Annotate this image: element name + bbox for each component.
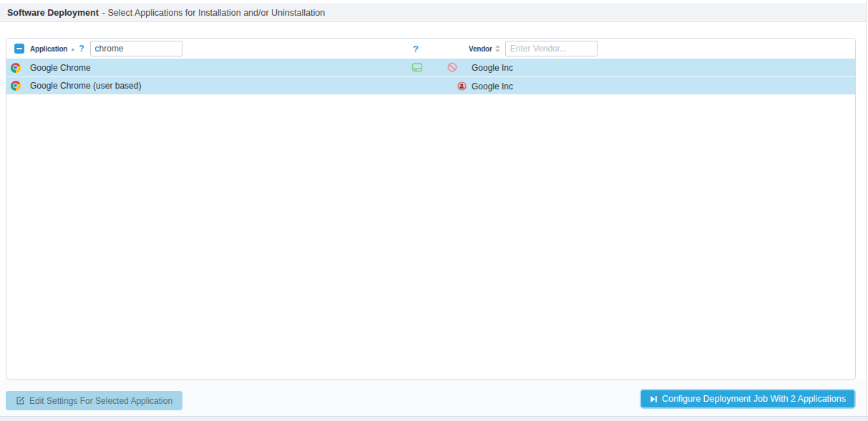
sort-both-icon[interactable] bbox=[494, 44, 501, 53]
page-title: Software Deployment bbox=[7, 8, 99, 18]
vendor-filter-input[interactable] bbox=[505, 41, 598, 56]
status-column-header: ? bbox=[413, 39, 419, 59]
step-forward-icon bbox=[650, 395, 658, 403]
software-deployment-screen: Software Deployment - Select Application… bbox=[0, 0, 868, 421]
user-prohibited-icon bbox=[457, 81, 467, 91]
vendor-column-label[interactable]: Vendor bbox=[469, 45, 492, 53]
select-all-checkbox[interactable] bbox=[14, 44, 24, 54]
status-help-icon[interactable]: ? bbox=[413, 44, 419, 54]
application-name: Google Chrome (user based) bbox=[30, 81, 141, 91]
chrome-icon bbox=[11, 63, 21, 73]
right-edge-border bbox=[866, 0, 867, 421]
table-row-google-chrome[interactable]: Google Chrome Google Inc bbox=[6, 59, 855, 76]
footer-bar: Edit Settings For Selected Application C… bbox=[0, 380, 867, 416]
page-header: Software Deployment - Select Application… bbox=[0, 4, 867, 22]
application-help-icon[interactable]: ? bbox=[79, 44, 84, 54]
prohibited-icon bbox=[447, 62, 457, 72]
application-column-header: Application ▲ ? bbox=[14, 39, 182, 59]
vendor-name: Google Inc bbox=[472, 59, 513, 76]
vendor-name: Google Inc bbox=[472, 77, 513, 95]
vendor-column-header: Vendor bbox=[469, 39, 598, 59]
edit-pencil-icon bbox=[16, 396, 25, 405]
chrome-icon bbox=[11, 81, 21, 91]
edit-settings-button-label: Edit Settings For Selected Application bbox=[29, 396, 172, 406]
configure-deployment-job-button[interactable]: Configure Deployment Job With 2 Applicat… bbox=[640, 389, 856, 409]
page-subtitle: - Select Applications for Installation a… bbox=[102, 8, 325, 18]
sort-ascending-icon[interactable]: ▲ bbox=[70, 46, 75, 51]
application-column-label[interactable]: Application bbox=[30, 45, 67, 53]
package-available-icon bbox=[411, 62, 423, 73]
bottom-divider bbox=[0, 416, 868, 421]
application-name: Google Chrome bbox=[30, 63, 91, 73]
configure-deployment-job-button-label: Configure Deployment Job With 2 Applicat… bbox=[662, 394, 846, 404]
edit-settings-button[interactable]: Edit Settings For Selected Application bbox=[6, 391, 182, 410]
table-header-row: Application ▲ ? ? Vendor bbox=[6, 39, 855, 59]
applications-table: Application ▲ ? ? Vendor Google Chrome bbox=[6, 38, 856, 380]
table-row-google-chrome-user-based[interactable]: Google Chrome (user based) Google Inc bbox=[6, 76, 855, 94]
indeterminate-minus-icon bbox=[16, 48, 22, 49]
application-filter-input[interactable] bbox=[90, 41, 182, 56]
